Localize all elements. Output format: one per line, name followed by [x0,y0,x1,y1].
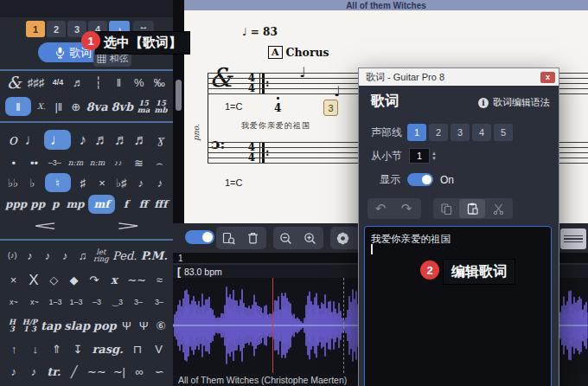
palette-symbol[interactable]: 15 mb [154,100,168,113]
palette-symbol[interactable]: H 3 [5,318,19,332]
palette-symbol[interactable]: ┆ [92,75,105,89]
paste-button[interactable] [459,199,485,218]
audio-inspect-button[interactable] [216,227,240,249]
palette-symbol[interactable]: ♫ [76,248,90,262]
palette-symbol[interactable]: •• [27,156,41,170]
close-button[interactable]: x [540,72,555,83]
palette-symbol[interactable]: ♭ [25,176,39,190]
audio-settings-button[interactable] [330,227,355,249]
spinner-down-icon[interactable]: ▼ [431,156,437,161]
palette-symbol[interactable]: slap [64,318,90,332]
palette-symbol[interactable]: ♪ [23,248,37,262]
palette-symbol[interactable]: ppp [5,197,27,211]
palette-symbol[interactable]: Ψ [120,318,134,332]
palette-symbol[interactable]: 8vb [112,100,134,113]
spinner-value[interactable]: 1 [409,148,430,164]
palette-symbol[interactable]: 15 ma [137,100,150,113]
palette-symbol[interactable]: ⊕ [69,100,83,113]
palette-symbol[interactable]: ♬ [71,75,85,89]
palette-symbol[interactable]: ♭♭ [6,176,20,190]
palette-symbol[interactable]: 4/4 [51,75,65,89]
palette-symbol[interactable]: ♪ [153,176,167,190]
palette-symbol[interactable]: ↧ [71,342,85,356]
palette-symbol[interactable]: ≈ [152,273,166,286]
palette-symbol[interactable]: ♪ [41,248,54,262]
palette-symbol[interactable]: > [105,219,150,233]
score-tab-1[interactable]: 1 [26,21,45,37]
palette-symbol[interactable]: ◇ [47,273,61,286]
zoom-out-button[interactable] [273,227,297,249]
palette-symbol[interactable]: –3 [90,295,104,309]
palette-symbol[interactable]: ↑ [7,342,21,356]
palette-symbol[interactable]: ↓ [29,342,42,356]
palette-symbol[interactable]: n:m [68,156,83,170]
undo-button[interactable]: ↶ [368,199,393,218]
palette-symbol[interactable]: < [22,219,67,233]
palette-symbol[interactable]: tap [41,318,61,332]
palette-symbol[interactable]: ‖ [5,97,31,116]
palette-symbol[interactable]: f [119,197,133,211]
palette-symbol[interactable]: mf [88,195,116,214]
palette-symbol[interactable]: ♪ [7,364,21,378]
palette-symbol[interactable]: Ψ [137,318,150,332]
palette-symbol[interactable]: V [152,342,166,356]
palette-symbol[interactable]: ♪ [58,248,72,262]
palette-symbol[interactable]: –3– [48,156,61,170]
palette-symbol[interactable]: 3– [131,295,145,309]
palette-symbol[interactable]: X [27,273,41,287]
palette-symbol[interactable]: ɣ [153,132,167,146]
palette-symbol[interactable]: ♩ [24,132,39,147]
palette-symbol[interactable]: x~ [7,295,21,309]
palette-symbol[interactable]: ♪♪ [112,156,125,170]
palette-symbol[interactable]: Ped. [112,248,137,262]
voice-button-1[interactable]: 1 [407,124,426,141]
palette-symbol[interactable]: pp [30,197,45,211]
palette-symbol[interactable]: ‰ [152,75,166,89]
palette-symbol[interactable]: ∼∼ [127,273,146,286]
lyrics-textarea[interactable]: 我爱你亲爱的祖国 [364,226,552,386]
audio-delete-button[interactable] [240,227,265,249]
palette-symbol[interactable]: rasg. [92,342,123,356]
palette-symbol[interactable]: ≋ [132,156,146,170]
palette-symbol[interactable]: (♪) [5,248,19,262]
audio-enable-toggle[interactable] [185,230,214,244]
copy-button[interactable] [433,199,459,218]
voice-button-3[interactable]: 3 [451,124,470,141]
palette-symbol[interactable]: fff [154,197,168,211]
palette-symbol[interactable]: x~ [28,295,42,309]
display-toggle[interactable] [407,173,433,186]
palette-symbol[interactable]: ⌢ [152,156,166,170]
syntax-help-link[interactable]: i 歌词编辑语法 [478,96,550,109]
palette-symbol[interactable]: tr. [47,364,61,378]
score-tab-2[interactable]: 2 [47,21,66,37]
palette-symbol[interactable]: 8va [86,100,108,113]
palette-symbol[interactable]: H/P 1 3 [22,318,38,332]
palette-symbol[interactable]: ‖ [112,75,125,89]
palette-symbol[interactable]: ♪ [134,176,148,190]
palette-symbol[interactable]: 1–3 [69,295,83,309]
palette-symbol[interactable]: x [107,273,121,286]
palette-symbol[interactable]: ♪ [27,364,41,378]
selected-note-box[interactable]: 3 [323,100,338,116]
palette-symbol[interactable]: P.M. [141,248,168,262]
palette-symbol[interactable]: ∼∼ [87,364,106,378]
palette-symbol[interactable]: ♩ [44,130,71,150]
palette-symbol[interactable]: ⊓ [131,342,144,356]
voice-button-5[interactable]: 5 [494,124,513,141]
palette-symbol[interactable]: ♭♯ [114,176,128,190]
palette-symbol[interactable]: ♯ [76,176,90,190]
palette-symbol[interactable]: ♬ [94,132,109,147]
palette-symbol[interactable]: o [6,132,20,147]
palette-symbol[interactable]: pop [93,318,117,332]
palette-symbol[interactable]: 3– [152,295,166,309]
palette-symbol[interactable]: ♯♯♯ [28,75,45,89]
palette-symbol[interactable]: ∞ [132,364,146,378]
palette-symbol[interactable]: n:m [90,156,105,170]
palette-symbol[interactable]: × [7,273,21,286]
palette-symbol[interactable]: ↷ [87,273,101,286]
zoom-in-button[interactable] [297,227,322,249]
palette-symbol[interactable]: ♬ [114,132,129,147]
loop-marker-line[interactable] [343,278,344,373]
palette-symbol[interactable]: & [7,74,22,91]
palette-symbol[interactable]: X. [35,100,48,113]
